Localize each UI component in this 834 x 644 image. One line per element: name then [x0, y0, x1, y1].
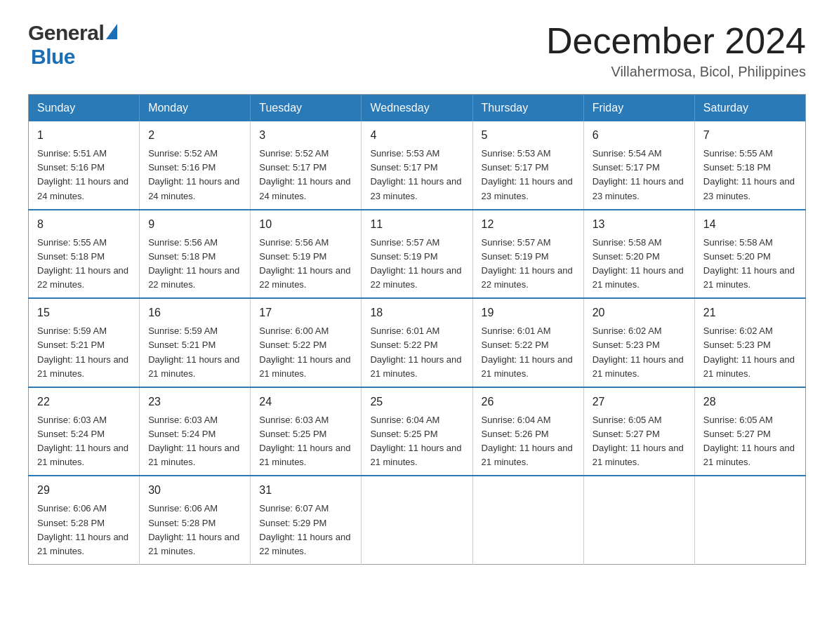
- day-number: 1: [37, 127, 131, 144]
- day-info: Sunrise: 5:52 AMSunset: 5:17 PMDaylight:…: [259, 148, 350, 201]
- calendar-week-row: 22 Sunrise: 6:03 AMSunset: 5:24 PMDaylig…: [29, 387, 806, 476]
- day-number: 5: [482, 127, 575, 144]
- day-info: Sunrise: 5:59 AMSunset: 5:21 PMDaylight:…: [148, 326, 239, 378]
- day-number: 2: [148, 127, 241, 144]
- day-number: 24: [259, 394, 352, 410]
- logo-arrow-icon: [106, 24, 117, 39]
- day-info: Sunrise: 6:04 AMSunset: 5:26 PMDaylight:…: [482, 415, 573, 467]
- calendar-week-row: 1 Sunrise: 5:51 AMSunset: 5:16 PMDayligh…: [29, 121, 806, 210]
- calendar-week-row: 29 Sunrise: 6:06 AMSunset: 5:28 PMDaylig…: [29, 476, 806, 564]
- title-section: December 2024 Villahermosa, Bicol, Phili…: [546, 21, 806, 80]
- calendar-cell: [472, 476, 583, 564]
- day-info: Sunrise: 6:06 AMSunset: 5:28 PMDaylight:…: [37, 503, 128, 556]
- day-number: 25: [370, 394, 463, 410]
- day-number: 6: [593, 127, 686, 144]
- calendar-cell: 30 Sunrise: 6:06 AMSunset: 5:28 PMDaylig…: [140, 476, 251, 564]
- day-info: Sunrise: 5:53 AMSunset: 5:17 PMDaylight:…: [482, 148, 573, 201]
- day-number: 19: [482, 304, 575, 321]
- day-info: Sunrise: 5:58 AMSunset: 5:20 PMDaylight:…: [703, 237, 795, 290]
- day-info: Sunrise: 5:51 AMSunset: 5:16 PMDaylight:…: [37, 148, 128, 201]
- day-number: 21: [703, 304, 797, 321]
- day-info: Sunrise: 5:53 AMSunset: 5:17 PMDaylight:…: [370, 148, 461, 201]
- calendar-cell: 22 Sunrise: 6:03 AMSunset: 5:24 PMDaylig…: [29, 387, 140, 476]
- day-info: Sunrise: 6:04 AMSunset: 5:25 PMDaylight:…: [370, 415, 461, 467]
- page-header: General Blue December 2024 Villahermosa,…: [28, 21, 806, 80]
- day-number: 29: [37, 482, 131, 499]
- calendar-cell: 26 Sunrise: 6:04 AMSunset: 5:26 PMDaylig…: [472, 387, 583, 476]
- calendar-cell: 7 Sunrise: 5:55 AMSunset: 5:18 PMDayligh…: [694, 121, 805, 210]
- location-subtitle: Villahermosa, Bicol, Philippines: [546, 64, 806, 80]
- day-number: 9: [148, 216, 241, 233]
- day-number: 11: [370, 216, 463, 233]
- calendar-cell: 25 Sunrise: 6:04 AMSunset: 5:25 PMDaylig…: [362, 387, 472, 476]
- calendar-cell: 11 Sunrise: 5:57 AMSunset: 5:19 PMDaylig…: [362, 210, 472, 299]
- calendar-cell: 24 Sunrise: 6:03 AMSunset: 5:25 PMDaylig…: [251, 387, 362, 476]
- calendar-cell: 13 Sunrise: 5:58 AMSunset: 5:20 PMDaylig…: [583, 210, 694, 299]
- column-header-saturday: Saturday: [694, 95, 805, 122]
- day-info: Sunrise: 5:59 AMSunset: 5:21 PMDaylight:…: [37, 326, 128, 378]
- day-number: 22: [37, 394, 131, 410]
- column-header-wednesday: Wednesday: [362, 95, 472, 122]
- day-info: Sunrise: 6:03 AMSunset: 5:24 PMDaylight:…: [37, 415, 128, 467]
- calendar-cell: 21 Sunrise: 6:02 AMSunset: 5:23 PMDaylig…: [694, 298, 805, 387]
- day-number: 4: [370, 127, 463, 144]
- day-info: Sunrise: 6:05 AMSunset: 5:27 PMDaylight:…: [703, 415, 795, 467]
- calendar-cell: [362, 476, 472, 564]
- day-info: Sunrise: 5:57 AMSunset: 5:19 PMDaylight:…: [370, 237, 461, 290]
- day-info: Sunrise: 6:01 AMSunset: 5:22 PMDaylight:…: [482, 326, 573, 378]
- calendar-table: SundayMondayTuesdayWednesdayThursdayFrid…: [28, 94, 806, 565]
- day-number: 15: [37, 304, 131, 321]
- day-info: Sunrise: 6:00 AMSunset: 5:22 PMDaylight:…: [259, 326, 350, 378]
- calendar-cell: 9 Sunrise: 5:56 AMSunset: 5:18 PMDayligh…: [140, 210, 251, 299]
- calendar-cell: 27 Sunrise: 6:05 AMSunset: 5:27 PMDaylig…: [583, 387, 694, 476]
- day-info: Sunrise: 6:03 AMSunset: 5:25 PMDaylight:…: [259, 415, 350, 467]
- day-info: Sunrise: 6:06 AMSunset: 5:28 PMDaylight:…: [148, 503, 239, 556]
- day-info: Sunrise: 6:05 AMSunset: 5:27 PMDaylight:…: [593, 415, 684, 467]
- day-info: Sunrise: 5:56 AMSunset: 5:19 PMDaylight:…: [259, 237, 350, 290]
- logo-general-text: General: [28, 21, 104, 45]
- day-number: 14: [703, 216, 797, 233]
- calendar-cell: [694, 476, 805, 564]
- calendar-cell: 15 Sunrise: 5:59 AMSunset: 5:21 PMDaylig…: [29, 298, 140, 387]
- column-header-tuesday: Tuesday: [251, 95, 362, 122]
- calendar-cell: 28 Sunrise: 6:05 AMSunset: 5:27 PMDaylig…: [694, 387, 805, 476]
- column-header-thursday: Thursday: [472, 95, 583, 122]
- day-info: Sunrise: 5:55 AMSunset: 5:18 PMDaylight:…: [37, 237, 128, 290]
- day-info: Sunrise: 5:54 AMSunset: 5:17 PMDaylight:…: [593, 148, 684, 201]
- calendar-cell: 1 Sunrise: 5:51 AMSunset: 5:16 PMDayligh…: [29, 121, 140, 210]
- calendar-cell: 3 Sunrise: 5:52 AMSunset: 5:17 PMDayligh…: [251, 121, 362, 210]
- day-info: Sunrise: 6:07 AMSunset: 5:29 PMDaylight:…: [259, 503, 350, 556]
- calendar-header-row: SundayMondayTuesdayWednesdayThursdayFrid…: [29, 95, 806, 122]
- day-info: Sunrise: 5:52 AMSunset: 5:16 PMDaylight:…: [148, 148, 239, 201]
- calendar-cell: 16 Sunrise: 5:59 AMSunset: 5:21 PMDaylig…: [140, 298, 251, 387]
- logo-blue-text: Blue: [31, 45, 75, 69]
- day-number: 8: [37, 216, 131, 233]
- day-number: 26: [482, 394, 575, 410]
- day-info: Sunrise: 5:58 AMSunset: 5:20 PMDaylight:…: [593, 237, 684, 290]
- day-number: 10: [259, 216, 352, 233]
- day-number: 18: [370, 304, 463, 321]
- calendar-cell: [583, 476, 694, 564]
- logo: General Blue: [28, 21, 117, 69]
- calendar-cell: 4 Sunrise: 5:53 AMSunset: 5:17 PMDayligh…: [362, 121, 472, 210]
- calendar-cell: 31 Sunrise: 6:07 AMSunset: 5:29 PMDaylig…: [251, 476, 362, 564]
- day-number: 7: [703, 127, 797, 144]
- day-number: 13: [593, 216, 686, 233]
- day-number: 12: [482, 216, 575, 233]
- day-number: 27: [593, 394, 686, 410]
- day-number: 16: [148, 304, 241, 321]
- day-number: 3: [259, 127, 352, 144]
- day-number: 31: [259, 482, 352, 499]
- day-info: Sunrise: 6:02 AMSunset: 5:23 PMDaylight:…: [703, 326, 795, 378]
- calendar-cell: 23 Sunrise: 6:03 AMSunset: 5:24 PMDaylig…: [140, 387, 251, 476]
- column-header-friday: Friday: [583, 95, 694, 122]
- day-info: Sunrise: 5:55 AMSunset: 5:18 PMDaylight:…: [703, 148, 795, 201]
- day-info: Sunrise: 5:56 AMSunset: 5:18 PMDaylight:…: [148, 237, 239, 290]
- day-info: Sunrise: 6:02 AMSunset: 5:23 PMDaylight:…: [593, 326, 684, 378]
- day-number: 30: [148, 482, 241, 499]
- calendar-cell: 8 Sunrise: 5:55 AMSunset: 5:18 PMDayligh…: [29, 210, 140, 299]
- calendar-cell: 18 Sunrise: 6:01 AMSunset: 5:22 PMDaylig…: [362, 298, 472, 387]
- calendar-week-row: 8 Sunrise: 5:55 AMSunset: 5:18 PMDayligh…: [29, 210, 806, 299]
- calendar-cell: 19 Sunrise: 6:01 AMSunset: 5:22 PMDaylig…: [472, 298, 583, 387]
- calendar-cell: 17 Sunrise: 6:00 AMSunset: 5:22 PMDaylig…: [251, 298, 362, 387]
